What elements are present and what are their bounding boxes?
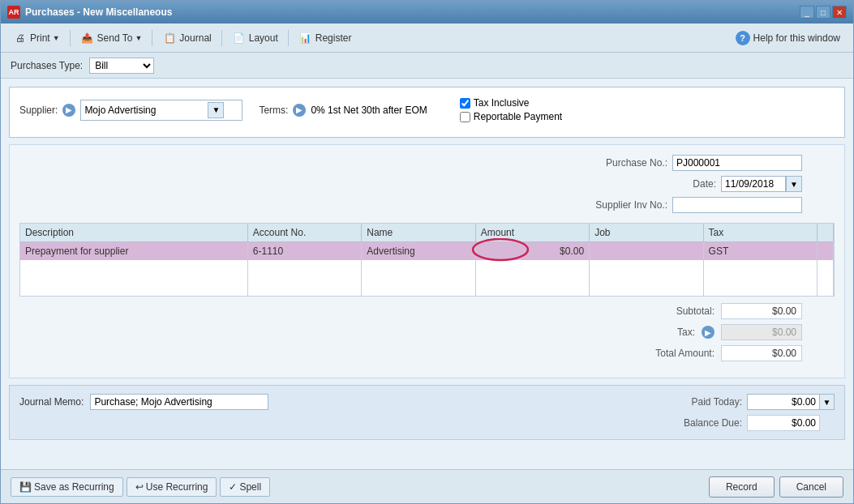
table-row[interactable]: Prepayment for supplier 6-1110 Advertisi… (20, 242, 834, 260)
col-tax: Tax (704, 224, 818, 241)
supplier-label: Supplier: (19, 105, 58, 116)
terms-nav-icon[interactable]: ▶ (293, 104, 306, 117)
save-recurring-icon: 💾 (19, 481, 32, 493)
register-icon: 📊 (298, 31, 313, 45)
totals-section: Subtotal: $0.00 Tax: ▶ $0.00 Total Amoun… (19, 303, 835, 361)
separator-1 (70, 30, 71, 46)
tax-inclusive-row: Tax Inclusive (460, 97, 562, 109)
cell-amount: $0.00 (476, 242, 590, 260)
content-area: Supplier: ▶ ▼ Terms: ▶ 0% 1st Net 30th a… (1, 79, 853, 469)
form-header: Purchase No.: Date: ▼ Supplier Inv No.: (19, 155, 835, 213)
cell-extra (818, 242, 834, 260)
col-extra (818, 224, 834, 241)
supplier-input[interactable] (84, 105, 206, 116)
main-window: AR Purchases - New Miscellaneous _ □ ✕ 🖨… (0, 0, 854, 504)
tax-arrow-icon[interactable]: ▶ (702, 326, 715, 339)
send-to-icon: 📤 (80, 31, 95, 45)
cell-account-no: 6-1110 (248, 242, 362, 260)
form-section: Purchase No.: Date: ▼ Supplier Inv No.: (9, 144, 845, 378)
checkbox-group: Tax Inclusive Reportable Payment (460, 97, 562, 122)
journal-icon: 📋 (162, 31, 177, 45)
balance-due-label: Balance Due: (669, 417, 742, 429)
help-button[interactable]: ? Help for this window (729, 28, 847, 48)
send-to-button[interactable]: 📤 Send To ▼ (75, 28, 148, 49)
total-amount-row: Total Amount: $0.00 (633, 345, 802, 361)
tax-inclusive-checkbox[interactable] (460, 98, 470, 109)
layout-icon: 📄 (232, 31, 247, 45)
date-input[interactable] (721, 176, 786, 192)
footer-right: Record Cancel (709, 476, 843, 498)
maximize-button[interactable]: □ (816, 6, 830, 19)
subtotal-label: Subtotal: (633, 305, 715, 317)
close-button[interactable]: ✕ (832, 6, 847, 19)
purchases-type-select[interactable]: Bill (89, 58, 154, 74)
supplier-group: Supplier: ▶ ▼ (19, 100, 242, 121)
cell-job (590, 242, 703, 260)
date-input-wrapper: ▼ (721, 176, 802, 192)
print-icon: 🖨 (13, 31, 28, 45)
bottom-panel: Journal Memo: Paid Today: ▼ Balance Due: (9, 385, 845, 440)
purchase-no-label: Purchase No.: (586, 157, 667, 169)
col-name: Name (362, 224, 475, 241)
total-amount-label: Total Amount: (633, 348, 715, 359)
balance-due-row: Balance Due: (669, 415, 835, 431)
balance-due-input (747, 415, 820, 431)
title-bar: AR Purchases - New Miscellaneous _ □ ✕ (1, 1, 853, 23)
table-row-empty-2 (20, 278, 834, 296)
footer-bar: 💾 Save as Recurring ↩ Use Recurring ✓ Sp… (1, 469, 853, 503)
supplier-inv-label: Supplier Inv No.: (586, 199, 667, 211)
col-description: Description (20, 224, 248, 241)
paid-today-input[interactable] (747, 394, 820, 410)
separator-2 (152, 30, 152, 46)
use-recurring-button[interactable]: ↩ Use Recurring (127, 477, 217, 497)
toolbar: 🖨 Print ▼ 📤 Send To ▼ 📋 Journal 📄 Layout… (1, 23, 853, 53)
cancel-button[interactable]: Cancel (779, 476, 843, 498)
window-title: Purchases - New Miscellaneous (25, 6, 172, 18)
register-button[interactable]: 📊 Register (293, 28, 358, 49)
date-picker-button[interactable]: ▼ (786, 176, 802, 192)
save-recurring-button[interactable]: 💾 Save as Recurring (11, 477, 123, 497)
purchase-no-field: Purchase No.: (586, 155, 802, 171)
col-job: Job (590, 224, 703, 241)
help-icon: ? (736, 31, 750, 45)
supplier-row: Supplier: ▶ ▼ Terms: ▶ 0% 1st Net 30th a… (19, 97, 835, 122)
journal-memo-group: Journal Memo: (19, 394, 268, 410)
spell-button[interactable]: ✓ Spell (220, 477, 270, 497)
journal-button[interactable]: 📋 Journal (157, 28, 217, 49)
print-dropdown-arrow: ▼ (53, 34, 60, 42)
supplier-inv-input[interactable] (672, 197, 802, 213)
send-to-dropdown-arrow: ▼ (135, 34, 142, 42)
supplier-inv-field: Supplier Inv No.: (586, 197, 802, 213)
paid-today-row: Paid Today: ▼ (669, 394, 835, 410)
spell-icon: ✓ (229, 481, 237, 493)
reportable-payment-row: Reportable Payment (460, 111, 562, 122)
cell-description: Prepayment for supplier (20, 242, 248, 260)
amount-circle-annotation (471, 238, 530, 263)
footer-left: 💾 Save as Recurring ↩ Use Recurring ✓ Sp… (11, 477, 270, 497)
purchases-type-label: Purchases Type: (11, 60, 83, 71)
layout-button[interactable]: 📄 Layout (226, 28, 284, 49)
cell-tax: GST (704, 242, 818, 260)
terms-label: Terms: (259, 105, 288, 116)
reportable-payment-checkbox[interactable] (460, 112, 470, 122)
print-button[interactable]: 🖨 Print ▼ (7, 28, 66, 49)
minimize-button[interactable]: _ (800, 6, 814, 19)
subtotal-row: Subtotal: $0.00 (633, 303, 802, 319)
tax-value: $0.00 (721, 324, 802, 340)
purchase-no-input[interactable] (672, 155, 802, 171)
table-header: Description Account No. Name Amount Job … (20, 224, 834, 242)
journal-memo-input[interactable] (90, 394, 268, 410)
terms-value: 0% 1st Net 30th after EOM (311, 105, 427, 116)
separator-4 (288, 30, 289, 46)
separator-3 (221, 30, 222, 46)
tax-row: Tax: ▶ $0.00 (614, 324, 802, 340)
paid-today-dropdown[interactable]: ▼ (820, 394, 835, 410)
line-items-table: Description Account No. Name Amount Job … (19, 223, 835, 297)
terms-group: Terms: ▶ 0% 1st Net 30th after EOM (259, 104, 427, 117)
tax-label: Tax: (614, 327, 695, 338)
record-button[interactable]: Record (709, 476, 775, 498)
supplier-input-wrapper: ▼ (80, 100, 242, 121)
supplier-dropdown-arrow[interactable]: ▼ (208, 102, 224, 118)
supplier-nav-icon[interactable]: ▶ (62, 104, 75, 117)
date-label: Date: (635, 178, 716, 190)
